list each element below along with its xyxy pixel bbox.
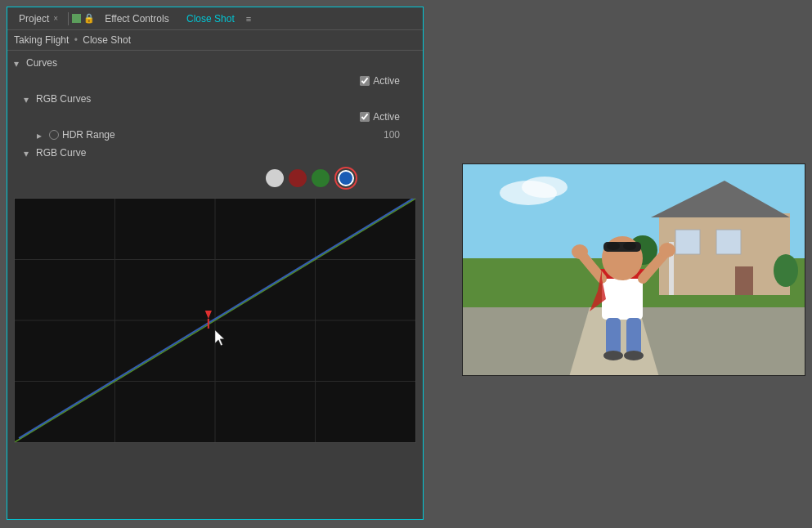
tab-project[interactable]: Project × bbox=[12, 7, 65, 29]
hdr-range-value: 100 bbox=[384, 129, 400, 141]
tab-menu-icon[interactable]: ≡ bbox=[246, 14, 251, 24]
green-channel-circle[interactable] bbox=[312, 169, 330, 187]
close-shot-label: Close Shot bbox=[186, 13, 235, 25]
svg-point-29 bbox=[607, 242, 620, 250]
breadcrumb: Taking Flight • Close Shot bbox=[7, 30, 423, 51]
curves-active-label[interactable]: Active bbox=[360, 75, 400, 87]
lock-icon: 🔒 bbox=[83, 13, 95, 24]
rgb-curves-label: RGB Curves bbox=[36, 93, 91, 105]
project-tab-close[interactable]: × bbox=[53, 14, 58, 23]
project-tab-label: Project bbox=[19, 13, 49, 25]
tab-effect-controls[interactable]: Effect Controls Close Shot bbox=[98, 7, 241, 29]
svg-point-33 bbox=[572, 244, 588, 259]
rgb-curves-expand-icon[interactable] bbox=[24, 94, 34, 104]
rgb-curves-row[interactable]: RGB Curves bbox=[7, 90, 423, 108]
breadcrumb-clip: Close Shot bbox=[83, 34, 131, 46]
curves-active-text: Active bbox=[373, 75, 400, 87]
effect-controls-label: Effect Controls bbox=[105, 13, 168, 25]
curves-active-row: Active bbox=[7, 72, 423, 90]
svg-rect-17 bbox=[675, 230, 700, 254]
tab-label-sep bbox=[177, 13, 179, 25]
tab-bar: Project × 🔒 Effect Controls Close Shot ≡ bbox=[7, 7, 423, 30]
rgb-curves-active-checkbox[interactable] bbox=[360, 112, 370, 122]
svg-rect-19 bbox=[735, 266, 753, 295]
curve-graph[interactable] bbox=[14, 198, 416, 443]
blue-channel-circle[interactable] bbox=[334, 167, 357, 190]
left-panel: Project × 🔒 Effect Controls Close Shot ≡… bbox=[7, 7, 424, 520]
curves-label: Curves bbox=[26, 57, 57, 69]
rgb-curve-label: RGB Curve bbox=[36, 147, 86, 159]
svg-point-37 bbox=[603, 351, 623, 360]
svg-rect-35 bbox=[606, 318, 621, 355]
svg-point-30 bbox=[623, 242, 636, 250]
rgb-curve-row[interactable]: RGB Curve bbox=[7, 144, 423, 162]
hdr-range-label: HDR Range bbox=[62, 129, 115, 141]
svg-point-38 bbox=[624, 351, 644, 360]
hdr-circle-icon bbox=[49, 130, 59, 140]
content-area: Curves Active RGB Curves Active HD bbox=[7, 51, 423, 519]
curves-expand-icon[interactable] bbox=[14, 58, 24, 68]
svg-rect-18 bbox=[716, 230, 741, 254]
rgb-curves-active-text: Active bbox=[373, 111, 400, 123]
hdr-range-row[interactable]: HDR Range 100 bbox=[7, 126, 423, 144]
tab-separator bbox=[68, 12, 69, 25]
breadcrumb-separator: • bbox=[74, 34, 78, 46]
rgb-curves-active-row: Active bbox=[7, 108, 423, 126]
preview-svg bbox=[463, 164, 805, 376]
rgb-curve-expand-icon[interactable] bbox=[24, 148, 34, 158]
red-channel-circle[interactable] bbox=[289, 169, 307, 187]
svg-point-34 bbox=[659, 243, 675, 257]
curves-section-row[interactable]: Curves bbox=[7, 54, 423, 72]
curves-active-checkbox[interactable] bbox=[360, 76, 370, 86]
clip-icon bbox=[72, 14, 81, 23]
breadcrumb-sequence: Taking Flight bbox=[14, 34, 69, 46]
hdr-range-expand-icon[interactable] bbox=[37, 130, 47, 140]
color-circles-row bbox=[7, 162, 423, 195]
right-panel bbox=[462, 163, 805, 376]
white-channel-circle[interactable] bbox=[266, 169, 284, 187]
svg-marker-9 bbox=[215, 330, 224, 346]
blue-channel-inner bbox=[338, 170, 354, 186]
svg-rect-36 bbox=[626, 318, 641, 355]
preview-image bbox=[462, 163, 805, 376]
svg-point-22 bbox=[774, 254, 798, 287]
svg-point-12 bbox=[522, 177, 568, 198]
curve-svg bbox=[15, 199, 415, 442]
rgb-curves-active-label[interactable]: Active bbox=[360, 111, 400, 123]
cursor-arrow-icon bbox=[205, 311, 212, 319]
